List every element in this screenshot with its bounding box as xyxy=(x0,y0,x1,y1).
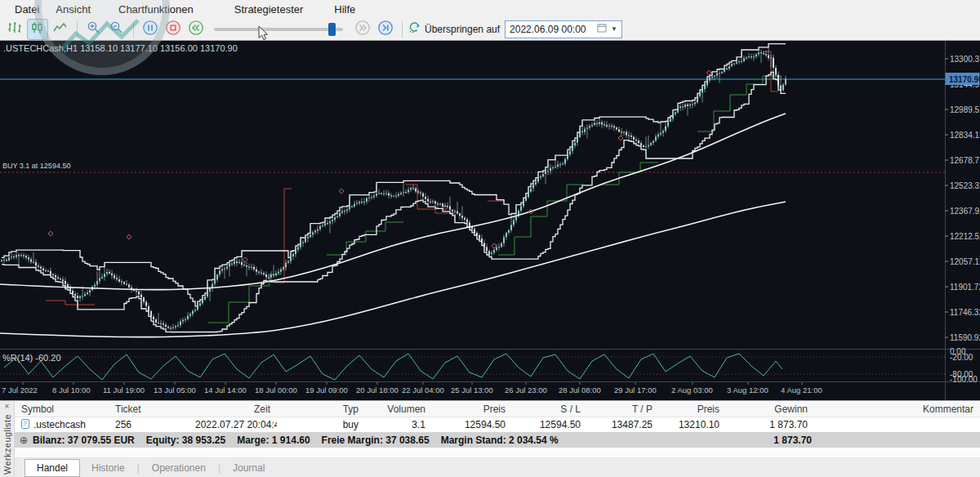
panel-spacer xyxy=(15,448,980,458)
tab-journal[interactable]: Journal xyxy=(221,460,276,476)
svg-text:11590.92: 11590.92 xyxy=(950,333,980,342)
tab-divider: | xyxy=(218,462,220,474)
indicator-label: %R(14) -60.20 xyxy=(2,353,61,363)
pause-icon xyxy=(142,20,158,39)
svg-text:12367.92: 12367.92 xyxy=(950,207,980,216)
symbol-cell: .ustechcash xyxy=(15,419,109,431)
svg-text:11746.32: 11746.32 xyxy=(950,308,980,317)
trade-table-header: Symbol Ticket Zeit Typ Volumen Preis S /… xyxy=(15,401,980,417)
col-tp[interactable]: T / P xyxy=(587,403,659,415)
svg-text:-20.00: -20.00 xyxy=(950,353,973,362)
tab-historie[interactable]: Historie xyxy=(80,460,136,476)
toolbox-vertical-title: Werkzeugliste xyxy=(2,414,12,475)
expand-icon[interactable]: ⊕ xyxy=(20,435,28,446)
chart-area[interactable]: 13300.3213144.9212989.5212834.1212678.72… xyxy=(0,41,980,400)
tab-operationen[interactable]: Operationen xyxy=(140,460,217,476)
preis-cell: 12594.50 xyxy=(432,419,512,430)
position-doc-icon xyxy=(21,419,29,431)
skip-date-picker[interactable]: ▼ xyxy=(505,20,622,38)
col-volumen[interactable]: Volumen xyxy=(365,403,432,415)
calendar-icon[interactable] xyxy=(597,23,607,35)
volumen-cell: 3.1 xyxy=(365,419,432,430)
svg-text:12989.52: 12989.52 xyxy=(950,105,980,114)
svg-text:12678.72: 12678.72 xyxy=(950,156,980,165)
chart-info-line: .USTECHCash,H1 13158.10 13177.10 13156.0… xyxy=(3,43,238,53)
balance-summary-bar: ⊕ Bilanz: 37 079.55 EUR Equity: 38 953.2… xyxy=(15,432,980,448)
svg-text:13300.32: 13300.32 xyxy=(950,55,980,64)
symbol-value: .ustechcash xyxy=(33,419,86,430)
menu-hilfe[interactable]: Hilfe xyxy=(326,2,363,17)
menu-datei[interactable]: Datei xyxy=(7,2,47,17)
col-gewinn[interactable]: Gewinn xyxy=(726,403,814,415)
svg-text:4 Aug 21:00: 4 Aug 21:00 xyxy=(781,386,822,395)
trade-panel: Symbol Ticket Zeit Typ Volumen Preis S /… xyxy=(15,401,980,477)
col-typ[interactable]: Typ xyxy=(277,403,365,415)
svg-text:28 Jul 08:00: 28 Jul 08:00 xyxy=(559,386,601,395)
toolbar-separator xyxy=(402,21,403,38)
candlestick-chart-icon xyxy=(30,21,45,38)
rewind-icon xyxy=(188,20,204,39)
typ-cell: buy xyxy=(277,419,365,430)
svg-text:25 Jul 13:00: 25 Jul 13:00 xyxy=(451,386,493,395)
table-row[interactable]: .ustechcash 256 2022.07.27 20:04:40 buy … xyxy=(15,417,980,432)
svg-text:2 Aug 03:00: 2 Aug 03:00 xyxy=(671,386,713,395)
speed-slider[interactable] xyxy=(214,28,343,31)
svg-text:22 Jul 04:00: 22 Jul 04:00 xyxy=(402,386,444,395)
toolbar-separator xyxy=(133,21,134,38)
free-margin-value: Freie Margin: 37 038.65 xyxy=(322,435,430,446)
close-icon[interactable]: × xyxy=(5,403,10,411)
tab-handel[interactable]: Handel xyxy=(24,459,80,477)
col-symbol[interactable]: Symbol xyxy=(15,403,109,415)
col-zeit[interactable]: Zeit xyxy=(189,403,277,415)
menu-strategietester[interactable]: Strategietester xyxy=(226,2,312,17)
toolbox-panel: × Werkzeugliste Symbol Ticket Zeit Typ V… xyxy=(0,400,980,477)
sl-cell: 12594.50 xyxy=(512,419,587,430)
svg-text:11 Jul 19:00: 11 Jul 19:00 xyxy=(103,386,145,395)
ticket-cell: 256 xyxy=(109,419,189,430)
skip-date-input[interactable] xyxy=(510,24,593,35)
skip-to-end-button[interactable] xyxy=(375,19,396,40)
balance-value: Bilanz: 37 079.55 EUR xyxy=(33,435,135,446)
chart-background xyxy=(0,41,980,400)
rewind-button[interactable] xyxy=(185,19,207,40)
col-kommentar[interactable]: Kommentar xyxy=(814,403,980,415)
zoom-in-icon xyxy=(87,20,101,38)
bar-chart-button[interactable] xyxy=(4,19,25,40)
menu-chartfunktionen[interactable]: Chartfunktionen xyxy=(110,2,202,17)
svg-text:20 Jul 18:00: 20 Jul 18:00 xyxy=(356,386,399,395)
stop-button[interactable] xyxy=(163,19,184,40)
pause-button[interactable] xyxy=(140,19,161,40)
tester-toolbar: Überspringen auf ▼ xyxy=(0,18,980,41)
svg-text:13 Jul 05:00: 13 Jul 05:00 xyxy=(154,386,196,395)
svg-text:18 Jul 00:00: 18 Jul 00:00 xyxy=(255,386,297,395)
toolbar-separator xyxy=(77,21,78,38)
zoom-out-button[interactable] xyxy=(106,19,127,40)
candlestick-chart-button[interactable] xyxy=(27,19,48,40)
col-sl[interactable]: S / L xyxy=(512,403,587,415)
svg-text:8 Jul 10:00: 8 Jul 10:00 xyxy=(52,386,90,395)
svg-text:11901.72: 11901.72 xyxy=(950,283,980,292)
skip-to-end-icon xyxy=(377,20,394,39)
buy-position-label: BUY 3.1 at 12594.50 xyxy=(2,162,70,170)
col-ticket[interactable]: Ticket xyxy=(109,403,189,415)
menu-ansicht[interactable]: Ansicht xyxy=(47,2,99,17)
svg-text:13170.90: 13170.90 xyxy=(949,75,980,84)
tp-cell: 13487.25 xyxy=(587,419,659,430)
bar-chart-icon xyxy=(7,21,22,38)
col-preis-2[interactable]: Preis xyxy=(659,403,726,415)
speed-slider-handle[interactable] xyxy=(328,23,336,36)
repeat-icon xyxy=(408,21,421,37)
equity-value: Equity: 38 953.25 xyxy=(146,435,225,446)
line-chart-button[interactable] xyxy=(50,19,71,40)
chevron-down-icon[interactable]: ▼ xyxy=(611,25,617,33)
svg-text:14 Jul 14:00: 14 Jul 14:00 xyxy=(204,386,247,395)
svg-text:-100.00: -100.00 xyxy=(950,375,978,384)
svg-text:12834.12: 12834.12 xyxy=(950,131,980,140)
svg-text:12057.12: 12057.12 xyxy=(950,257,980,266)
toolbox-tabs: Handel Historie | Operationen | Journal xyxy=(15,458,980,477)
zoom-in-button[interactable] xyxy=(83,19,105,40)
col-preis[interactable]: Preis xyxy=(432,403,512,415)
svg-text:26 Jul 23:00: 26 Jul 23:00 xyxy=(505,386,547,395)
fast-forward-button[interactable] xyxy=(352,19,373,40)
svg-text:7 Jul 2022: 7 Jul 2022 xyxy=(2,386,38,395)
